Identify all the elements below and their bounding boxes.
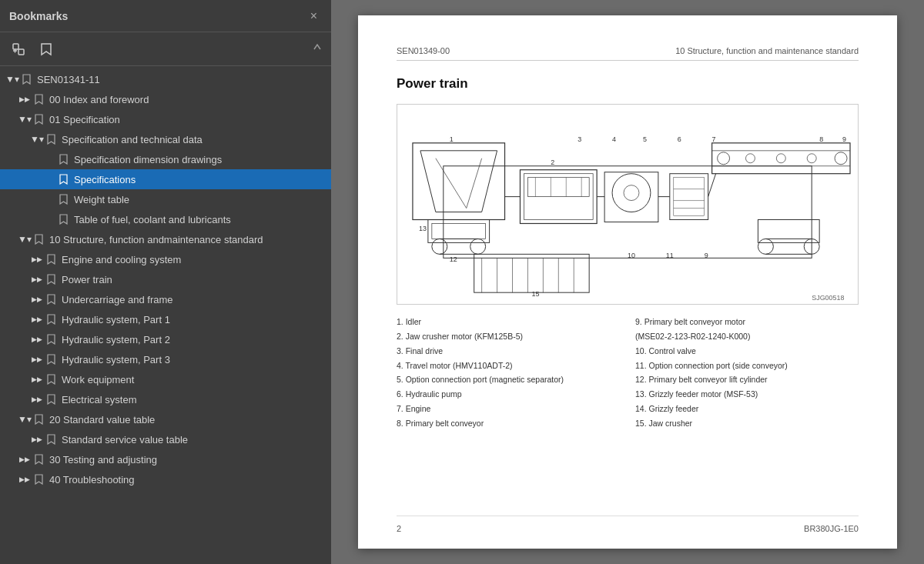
tree-label-engine: Engine and cooling system	[62, 254, 325, 265]
tree-item-powertrain[interactable]: ▶ Power train	[0, 269, 331, 289]
legend-item: 2. Jaw crusher motor (KFM125B-5)	[397, 330, 620, 343]
tree-label-index: 00 Index and foreword	[49, 94, 325, 105]
cursor-indicator	[311, 42, 323, 56]
bookmark-icon-undercarriage	[45, 293, 57, 305]
pdf-doc-id: SEN01349-00	[397, 46, 450, 55]
svg-text:8: 8	[819, 135, 823, 143]
svg-rect-4	[397, 105, 858, 304]
tree-arrow-hydraulic3[interactable]: ▶	[31, 353, 43, 365]
svg-text:11: 11	[666, 252, 674, 259]
tree-arrow-electrical[interactable]: ▶	[31, 393, 43, 405]
tree-arrow-powertrain[interactable]: ▶	[31, 273, 43, 285]
legend-item: (MSE02-2-123-R02-1240-K000)	[635, 330, 859, 343]
tree-label-hydraulic1: Hydraulic system, Part 1	[62, 314, 325, 325]
tree-item-root[interactable]: ▾ SEN01341-11	[0, 69, 331, 89]
tree-item-engine[interactable]: ▶ Engine and cooling system	[0, 249, 331, 269]
bookmark-icon-hydraulic3	[45, 353, 57, 365]
tree-arrow-std20[interactable]: ▾	[18, 413, 31, 426]
tree-arrow-stdservice[interactable]: ▶	[31, 433, 43, 446]
legend-item: 4. Travel motor (HMV110ADT-2)	[397, 359, 620, 372]
svg-text:4: 4	[612, 135, 616, 143]
bookmark-icon-powertrain	[45, 273, 57, 285]
tree-arrow-hydraulic1[interactable]: ▶	[31, 313, 43, 325]
bookmark-icon-electrical	[45, 393, 57, 405]
tree-label-root: SEN01341-11	[37, 74, 325, 85]
tree-item-trouble40[interactable]: ▶ 40 Troubleshooting	[0, 469, 331, 489]
tree-arrow-spec-dim[interactable]	[43, 153, 55, 165]
svg-text:7: 7	[712, 135, 716, 143]
svg-text:3: 3	[578, 135, 581, 143]
tree-label-stdservice: Standard service value table	[62, 434, 325, 446]
tree-arrow-testing30[interactable]: ▶	[18, 453, 31, 466]
pdf-panel: SEN01349-00 10 Structure, function and m…	[331, 0, 924, 564]
tree-arrow-undercarriage[interactable]: ▶	[31, 293, 43, 305]
pdf-section-heading: Power train	[397, 76, 859, 92]
bookmark-icon-spec-tech	[45, 133, 57, 145]
tree-arrow-workequip[interactable]: ▶	[31, 373, 43, 385]
tree-arrow-specifications[interactable]	[43, 173, 55, 185]
tree-arrow-engine[interactable]: ▶	[31, 253, 43, 265]
tree-item-struct10[interactable]: ▾ 10 Structure, function andmaintenance …	[0, 229, 331, 249]
svg-rect-0	[13, 44, 18, 49]
legend-item: 7. Engine	[397, 402, 620, 415]
tree-item-weight[interactable]: Weight table	[0, 189, 331, 209]
svg-text:SJG00518: SJG00518	[812, 294, 844, 302]
tree-label-specifications: Specifications	[74, 174, 325, 185]
bookmarks-panel: Bookmarks × ▾ SEN01341-11▶ 00 Index and …	[0, 0, 331, 564]
tree-arrow-fuel[interactable]	[43, 213, 55, 225]
pdf-page-number: 2	[397, 524, 401, 533]
bookmark-icon-engine	[45, 253, 57, 265]
tree-item-std20[interactable]: ▾ 20 Standard value table	[0, 409, 331, 429]
tree-label-powertrain: Power train	[62, 274, 325, 285]
tree-arrow-struct10[interactable]: ▾	[18, 233, 31, 245]
bookmark-icon-trouble40	[32, 473, 45, 486]
close-button[interactable]: ×	[306, 8, 322, 24]
tree-item-spec-dim[interactable]: Specification dimension drawings	[0, 149, 331, 169]
tree-item-spec-tech[interactable]: ▾ Specification and technical data	[0, 129, 331, 149]
tree-item-hydraulic3[interactable]: ▶ Hydraulic system, Part 3	[0, 349, 331, 369]
svg-text:5: 5	[643, 135, 647, 143]
tree-arrow-index[interactable]: ▶	[18, 93, 31, 105]
legend-item: 1. Idler	[397, 315, 620, 329]
legend-item: 12. Primary belt conveyor lift cylinder	[635, 373, 859, 386]
svg-text:15: 15	[531, 290, 539, 298]
bookmarks-tree[interactable]: ▾ SEN01341-11▶ 00 Index and foreword▾ 01…	[0, 66, 331, 564]
tree-arrow-weight[interactable]	[43, 193, 55, 205]
tree-label-undercarriage: Undercarriage and frame	[62, 294, 325, 305]
tree-item-index[interactable]: ▶ 00 Index and foreword	[0, 89, 331, 109]
legend-item: 8. Primary belt conveyor	[397, 417, 620, 430]
bookmark-icon-specifications	[57, 173, 69, 185]
tree-label-workequip: Work equipment	[62, 374, 325, 385]
tree-item-fuel[interactable]: Table of fuel, coolant and lubricants	[0, 209, 331, 229]
tree-arrow-spec[interactable]: ▾	[18, 113, 31, 125]
expand-all-button[interactable]	[8, 38, 29, 60]
tree-item-hydraulic1[interactable]: ▶ Hydraulic system, Part 1	[0, 309, 331, 329]
pdf-footer: 2 BR380JG-1E0	[397, 516, 859, 533]
tree-label-trouble40: 40 Troubleshooting	[49, 474, 325, 486]
bookmark-icon-struct10	[32, 233, 45, 245]
bookmark-icon-std20	[32, 413, 45, 426]
tree-arrow-hydraulic2[interactable]: ▶	[31, 333, 43, 345]
tree-arrow-spec-tech[interactable]: ▾	[31, 133, 43, 145]
tree-item-specifications[interactable]: Specifications	[0, 169, 331, 189]
tree-item-workequip[interactable]: ▶ Work equipment	[0, 369, 331, 389]
tree-item-spec[interactable]: ▾ 01 Specification	[0, 109, 331, 129]
svg-text:9: 9	[705, 252, 708, 259]
bookmarks-header: Bookmarks ×	[0, 0, 331, 32]
tree-arrow-root[interactable]: ▾	[6, 73, 18, 85]
tree-item-undercarriage[interactable]: ▶ Undercarriage and frame	[0, 289, 331, 309]
tree-item-hydraulic2[interactable]: ▶ Hydraulic system, Part 2	[0, 329, 331, 349]
tree-item-electrical[interactable]: ▶ Electrical system	[0, 389, 331, 409]
tree-label-spec: 01 Specification	[49, 114, 325, 125]
bookmark-goto-button[interactable]	[35, 38, 57, 60]
svg-text:10: 10	[628, 252, 635, 259]
tree-arrow-trouble40[interactable]: ▶	[18, 473, 31, 486]
bookmark-icon-testing30	[32, 453, 45, 466]
tree-item-testing30[interactable]: ▶ 30 Testing and adjusting	[0, 449, 331, 469]
bookmark-icon-hydraulic1	[45, 313, 57, 325]
tree-item-stdservice[interactable]: ▶ Standard service value table	[0, 429, 331, 449]
pdf-doc-code: BR380JG-1E0	[804, 524, 859, 533]
bookmark-icon-spec	[32, 113, 45, 125]
pdf-page: SEN01349-00 10 Structure, function and m…	[358, 15, 897, 549]
legend-item: 10. Control valve	[635, 345, 859, 358]
